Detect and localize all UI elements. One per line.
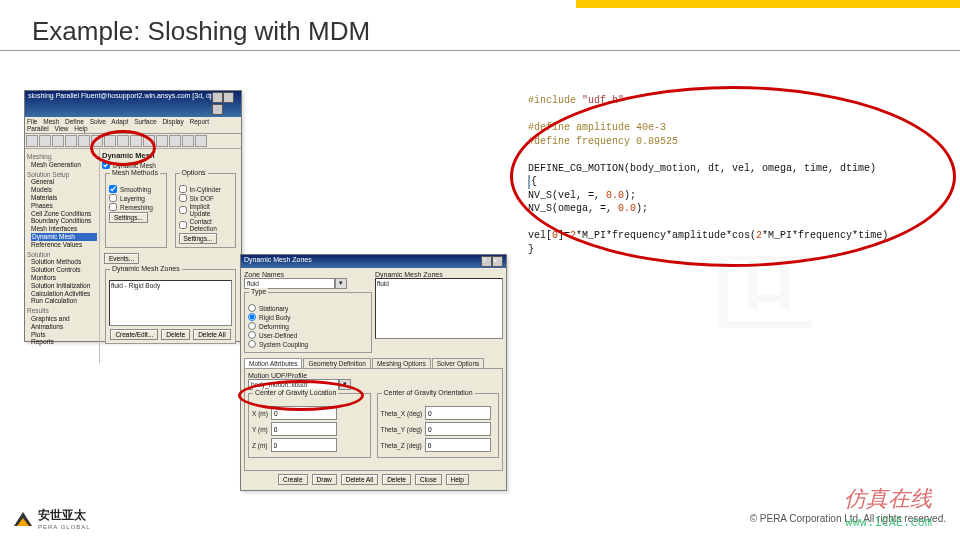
tool-icon[interactable] bbox=[91, 135, 103, 147]
tree-item[interactable]: Plots bbox=[31, 331, 97, 339]
input-cg-y[interactable] bbox=[271, 422, 337, 436]
tree-item[interactable]: Phases bbox=[31, 202, 97, 210]
create-button[interactable]: Create bbox=[278, 474, 308, 485]
tree-item[interactable]: Boundary Conditions bbox=[31, 217, 97, 225]
menu-define[interactable]: Define bbox=[65, 118, 84, 125]
dmz-list-item[interactable]: fluid bbox=[377, 280, 501, 287]
chk-six-dof[interactable]: Six DOF bbox=[179, 194, 233, 202]
radio-system-coupling[interactable]: System Coupling bbox=[248, 340, 368, 348]
menu-solve[interactable]: Solve bbox=[90, 118, 106, 125]
tool-icon[interactable] bbox=[182, 135, 194, 147]
group-cg-location: Center of Gravity Location bbox=[253, 389, 338, 396]
chk-smoothing[interactable]: Smoothing bbox=[109, 185, 163, 193]
zone-list-item[interactable]: fluid - Rigid Body bbox=[111, 282, 230, 289]
tool-icon[interactable] bbox=[130, 135, 142, 147]
tree-item[interactable]: Run Calculation bbox=[31, 297, 97, 305]
chk-in-cylinder[interactable]: In-Cylinder bbox=[179, 185, 233, 193]
tree-item[interactable]: Calculation Activities bbox=[31, 290, 97, 298]
tool-icon[interactable] bbox=[156, 135, 168, 147]
maximize-icon[interactable] bbox=[223, 92, 234, 103]
input-theta-y[interactable] bbox=[425, 422, 491, 436]
tool-icon[interactable] bbox=[39, 135, 51, 147]
chk-contact-detection[interactable]: Contact Detection bbox=[179, 218, 233, 232]
close-icon[interactable]: × bbox=[492, 256, 503, 267]
tool-icon[interactable] bbox=[52, 135, 64, 147]
tool-icon[interactable] bbox=[169, 135, 181, 147]
menu-file[interactable]: File bbox=[27, 118, 37, 125]
close-button[interactable]: Close bbox=[415, 474, 442, 485]
radio-user-defined[interactable]: User-Defined bbox=[248, 331, 368, 339]
tab-solver-options[interactable]: Solver Options bbox=[432, 358, 485, 368]
create-edit-button[interactable]: Create/Edit... bbox=[110, 329, 158, 340]
tool-icon[interactable] bbox=[78, 135, 90, 147]
tool-icon[interactable] bbox=[143, 135, 155, 147]
input-cg-x[interactable] bbox=[271, 406, 337, 420]
dmz-titlebar[interactable]: Dynamic Mesh Zones ?× bbox=[241, 255, 506, 268]
input-cg-z[interactable] bbox=[271, 438, 337, 452]
tree-item[interactable]: Monitors bbox=[31, 274, 97, 282]
tab-meshing-options[interactable]: Meshing Options bbox=[372, 358, 431, 368]
tree-item[interactable]: General bbox=[31, 178, 97, 186]
tab-geometry-definition[interactable]: Geometry Definition bbox=[303, 358, 370, 368]
menu-report[interactable]: Report bbox=[190, 118, 210, 125]
menu-mesh[interactable]: Mesh bbox=[43, 118, 59, 125]
dropdown-arrow-icon[interactable]: ▾ bbox=[335, 278, 347, 289]
tool-icon[interactable] bbox=[195, 135, 207, 147]
settings-button[interactable]: Settings... bbox=[109, 212, 148, 223]
slide-footer: 安世亚太 PERA GLOBAL © PERA Corporation Ltd.… bbox=[0, 507, 960, 530]
tree-item[interactable]: Materials bbox=[31, 194, 97, 202]
events-button[interactable]: Events... bbox=[104, 253, 139, 264]
logo-triangle-icon bbox=[14, 512, 32, 526]
tool-icon[interactable] bbox=[26, 135, 38, 147]
tool-icon[interactable] bbox=[117, 135, 129, 147]
input-theta-z[interactable] bbox=[425, 438, 491, 452]
minimize-icon[interactable] bbox=[212, 92, 223, 103]
tree-item[interactable]: Solution Methods bbox=[31, 258, 97, 266]
chk-dynamic-mesh[interactable]: Dynamic Mesh bbox=[102, 161, 239, 169]
menu-parallel[interactable]: Parallel bbox=[27, 125, 49, 132]
menu-adapt[interactable]: Adapt bbox=[111, 118, 128, 125]
chk-implicit-update[interactable]: Implicit Update bbox=[179, 203, 233, 217]
tab-motion-attributes[interactable]: Motion Attributes bbox=[244, 358, 302, 368]
draw-button[interactable]: Draw bbox=[312, 474, 337, 485]
help-button[interactable]: Help bbox=[446, 474, 469, 485]
tree-item[interactable]: Cell Zone Conditions bbox=[31, 210, 97, 218]
radio-deforming[interactable]: Deforming bbox=[248, 322, 368, 330]
chk-remeshing[interactable]: Remeshing bbox=[109, 203, 163, 211]
help-icon[interactable]: ? bbox=[481, 256, 492, 267]
menu-help[interactable]: Help bbox=[74, 125, 87, 132]
delete-all-button[interactable]: Delete All bbox=[193, 329, 230, 340]
tree-item[interactable]: Solution Controls bbox=[31, 266, 97, 274]
delete-all-button[interactable]: Delete All bbox=[341, 474, 378, 485]
tree-item[interactable]: Models bbox=[31, 186, 97, 194]
menu-view[interactable]: View bbox=[55, 125, 69, 132]
settings-button-2[interactable]: Settings... bbox=[179, 233, 218, 244]
tree-item[interactable]: Reports bbox=[31, 338, 97, 346]
fluent-menubar[interactable]: File Mesh Define Solve Adapt Surface Dis… bbox=[25, 117, 241, 134]
tree-item[interactable]: Mesh Interfaces bbox=[31, 225, 97, 233]
dmz-listbox[interactable]: fluid bbox=[375, 278, 503, 339]
menu-display[interactable]: Display bbox=[162, 118, 183, 125]
menu-surface[interactable]: Surface bbox=[134, 118, 156, 125]
dropdown-arrow-icon[interactable]: ▾ bbox=[339, 379, 351, 390]
fluent-titlebar[interactable]: sloshing Parallel Fluent@hosupport2.win.… bbox=[25, 91, 241, 117]
chk-layering[interactable]: Layering bbox=[109, 194, 163, 202]
tool-icon[interactable] bbox=[104, 135, 116, 147]
label-theta-z: Theta_Z (deg) bbox=[381, 442, 422, 449]
delete-button[interactable]: Delete bbox=[161, 329, 190, 340]
fluent-toolbar[interactable] bbox=[25, 134, 241, 149]
tool-icon[interactable] bbox=[65, 135, 77, 147]
tree-item-dynamic-mesh[interactable]: Dynamic Mesh bbox=[31, 233, 97, 241]
fluent-tree[interactable]: Meshing Mesh Generation Solution Setup G… bbox=[25, 149, 100, 363]
delete-button[interactable]: Delete bbox=[382, 474, 411, 485]
close-icon[interactable] bbox=[212, 104, 223, 115]
zones-listbox[interactable]: fluid - Rigid Body bbox=[109, 280, 232, 326]
tree-item[interactable]: Mesh Generation bbox=[31, 161, 97, 169]
input-theta-x[interactable] bbox=[425, 406, 491, 420]
dmz-tabs[interactable]: Motion Attributes Geometry Definition Me… bbox=[244, 358, 503, 368]
tree-item[interactable]: Reference Values bbox=[31, 241, 97, 249]
tree-item[interactable]: Graphics and Animations bbox=[31, 315, 97, 331]
radio-rigid-body[interactable]: Rigid Body bbox=[248, 313, 368, 321]
tree-item[interactable]: Solution Initialization bbox=[31, 282, 97, 290]
radio-stationary[interactable]: Stationary bbox=[248, 304, 368, 312]
